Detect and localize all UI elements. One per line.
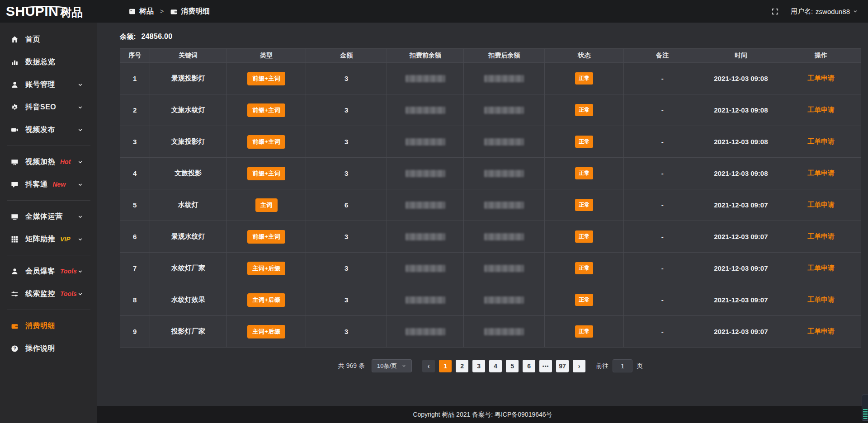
cell-amount: 3 bbox=[306, 221, 387, 253]
sidebar-item-label: 会员爆客 bbox=[25, 267, 55, 276]
cell-amount: 3 bbox=[306, 158, 387, 189]
page-button-5[interactable]: 5 bbox=[506, 360, 519, 372]
topbar: SHUPIN 树品 树品 > 消费明细 用户名: zswodun88 bbox=[0, 0, 868, 23]
cell-index: 7 bbox=[120, 253, 150, 284]
table-row: 5水纹灯主词6正常-2021-12-03 09:07工单申请 bbox=[120, 189, 861, 221]
work-order-link[interactable]: 工单申请 bbox=[807, 201, 835, 208]
cell-keyword: 文旅投影 bbox=[150, 158, 226, 189]
page-button-97[interactable]: 97 bbox=[556, 360, 569, 372]
cell-pre-balance bbox=[387, 316, 464, 348]
cell-post-balance bbox=[464, 126, 545, 158]
work-order-link[interactable]: 工单申请 bbox=[807, 327, 835, 335]
work-order-link[interactable]: 工单申请 bbox=[807, 169, 835, 177]
cell-action: 工单申请 bbox=[781, 221, 861, 253]
next-page-button[interactable]: › bbox=[573, 360, 585, 372]
wallet-icon bbox=[11, 322, 19, 330]
page-button-6[interactable]: 6 bbox=[523, 360, 535, 372]
table-row: 2文旅水纹灯前缀+主词3正常-2021-12-03 09:08工单申请 bbox=[120, 94, 861, 126]
cell-keyword: 投影灯厂家 bbox=[150, 316, 226, 348]
masked-balance bbox=[406, 202, 445, 209]
sidebar-item-all-media[interactable]: 全媒体运营 bbox=[0, 205, 97, 228]
sidebar-item-data-overview[interactable]: 数据总览 bbox=[0, 51, 97, 73]
balance-value: 24856.00 bbox=[141, 33, 172, 40]
status-badge: 正常 bbox=[575, 230, 593, 243]
sidebar-item-badge: VIP bbox=[60, 235, 71, 243]
cell-index: 2 bbox=[120, 94, 150, 126]
sidebar-item-account-manage[interactable]: 账号管理 bbox=[0, 73, 97, 96]
type-badge: 前缀+主词 bbox=[247, 72, 285, 85]
content: 余额: 24856.00 序号关键词类型金额扣费前余额扣费后余额状态备注时间操作… bbox=[97, 23, 868, 372]
masked-balance bbox=[484, 296, 524, 304]
cell-post-balance bbox=[464, 158, 545, 189]
page-button-3[interactable]: 3 bbox=[472, 360, 485, 372]
type-badge: 主词 bbox=[255, 198, 278, 212]
status-badge: 正常 bbox=[575, 199, 593, 211]
question-icon: ? bbox=[11, 345, 19, 352]
cell-time: 2021-12-03 09:08 bbox=[701, 126, 781, 158]
sidebar-item-matrix-boost[interactable]: 矩阵助推VIP bbox=[0, 228, 97, 250]
work-order-link[interactable]: 工单申请 bbox=[807, 232, 835, 240]
sidebar-item-badge: Tools bbox=[60, 268, 77, 275]
status-badge: 正常 bbox=[575, 167, 593, 179]
cell-remark: - bbox=[624, 284, 701, 316]
sidebar-item-clue-monitor[interactable]: 线索监控Tools bbox=[0, 282, 97, 305]
work-order-link[interactable]: 工单申请 bbox=[807, 74, 835, 82]
cell-amount: 3 bbox=[306, 316, 387, 348]
masked-balance bbox=[484, 107, 524, 114]
cell-post-balance bbox=[464, 284, 545, 316]
masked-balance bbox=[484, 233, 524, 240]
masked-balance bbox=[406, 107, 445, 114]
column-header: 备注 bbox=[624, 49, 701, 63]
page-button-2[interactable]: 2 bbox=[456, 360, 468, 372]
fullscreen-icon[interactable] bbox=[771, 8, 779, 15]
status-badge: 正常 bbox=[575, 104, 593, 116]
masked-balance bbox=[406, 296, 445, 304]
more-pages-button[interactable]: ••• bbox=[539, 360, 552, 372]
table-row: 6景观水纹灯前缀+主词3正常-2021-12-03 09:07工单申请 bbox=[120, 221, 861, 253]
sidebar-item-douketong[interactable]: 抖客通New bbox=[0, 173, 97, 196]
user-menu[interactable]: 用户名: zswodun88 bbox=[791, 7, 858, 16]
sidebar-item-member-burst[interactable]: 会员爆客Tools bbox=[0, 260, 97, 282]
column-header: 类型 bbox=[227, 49, 306, 63]
sidebar-item-douyin-seo[interactable]: 抖音SEO bbox=[0, 96, 97, 118]
prev-page-button[interactable]: ‹ bbox=[422, 360, 435, 372]
work-order-link[interactable]: 工单申请 bbox=[807, 137, 835, 145]
consumption-table: 序号关键词类型金额扣费前余额扣费后余额状态备注时间操作 1景观投影灯前缀+主词3… bbox=[120, 48, 861, 348]
sidebar-item-label: 操作说明 bbox=[25, 344, 55, 353]
logo[interactable]: SHUPIN 树品 bbox=[0, 5, 105, 18]
breadcrumb: 树品 > 消费明细 bbox=[128, 7, 210, 16]
page-size-select[interactable]: 10条/页 bbox=[372, 359, 412, 372]
work-order-link[interactable]: 工单申请 bbox=[807, 264, 835, 272]
cell-keyword: 文旅水纹灯 bbox=[150, 94, 226, 126]
cell-pre-balance bbox=[387, 253, 464, 284]
sidebar-item-video-publish[interactable]: 视频发布 bbox=[0, 118, 97, 141]
sidebar-item-video-heat[interactable]: 视频加热Hot bbox=[0, 150, 97, 173]
chevron-down-icon bbox=[853, 9, 858, 14]
sidebar-item-home[interactable]: 首页 bbox=[0, 28, 97, 51]
sidebar-item-label: 消费明细 bbox=[25, 321, 55, 331]
app-icon bbox=[128, 8, 136, 15]
type-badge: 主词+后缀 bbox=[247, 293, 285, 307]
goto-page-input[interactable] bbox=[613, 359, 632, 372]
status-badge: 正常 bbox=[575, 262, 593, 274]
work-order-link[interactable]: 工单申请 bbox=[807, 106, 835, 113]
cell-remark: - bbox=[624, 126, 701, 158]
page-button-1[interactable]: 1 bbox=[439, 360, 452, 372]
sidebar-item-help[interactable]: ?操作说明 bbox=[0, 337, 97, 360]
sidebar: 首页数据总览账号管理抖音SEO视频发布视频加热Hot抖客通New全媒体运营矩阵助… bbox=[0, 23, 97, 423]
user-icon bbox=[11, 268, 19, 275]
work-order-link[interactable]: 工单申请 bbox=[807, 296, 835, 303]
chevron-down-icon bbox=[77, 159, 83, 165]
breadcrumb-item-root[interactable]: 树品 bbox=[139, 7, 154, 16]
column-header: 扣费前余额 bbox=[387, 49, 464, 63]
chat-widget[interactable] bbox=[862, 395, 868, 421]
sliders-icon bbox=[11, 290, 19, 298]
page-button-4[interactable]: 4 bbox=[489, 360, 502, 372]
cell-time: 2021-12-03 09:07 bbox=[701, 284, 781, 316]
cell-time: 2021-12-03 09:07 bbox=[701, 189, 781, 221]
cell-type: 主词+后缀 bbox=[227, 284, 306, 316]
cell-post-balance bbox=[464, 189, 545, 221]
cell-remark: - bbox=[624, 94, 701, 126]
chevron-down-icon bbox=[77, 127, 83, 133]
sidebar-item-consume-detail[interactable]: 消费明细 bbox=[0, 315, 97, 337]
